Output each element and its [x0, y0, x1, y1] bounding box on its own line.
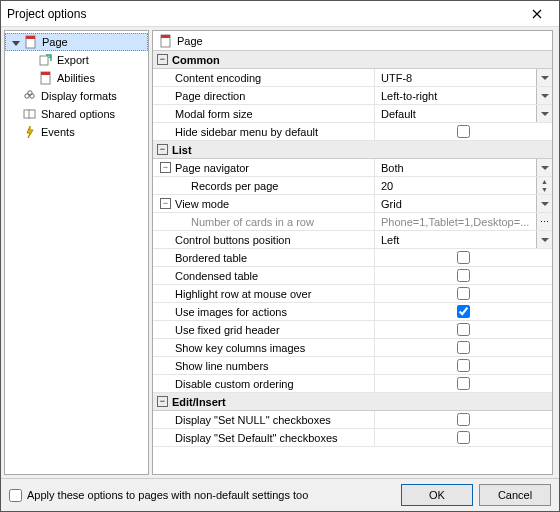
content-encoding-select[interactable]: UTF-8 — [375, 69, 552, 86]
collapse-icon[interactable] — [157, 54, 168, 65]
page-icon — [159, 34, 173, 48]
prop-label: Use fixed grid header — [153, 324, 374, 336]
nav-item-shared-options[interactable]: Shared options — [5, 105, 148, 123]
collapse-icon[interactable] — [157, 396, 168, 407]
prop-label: Highlight row at mouse over — [153, 288, 374, 300]
collapse-icon[interactable] — [157, 144, 168, 155]
modal-form-size-select[interactable]: Default — [375, 105, 552, 122]
display-set-default-checkbox[interactable] — [457, 431, 470, 444]
page-icon — [24, 35, 38, 49]
nav-label: Display formats — [41, 90, 117, 102]
nav-item-display-formats[interactable]: Display formats — [5, 87, 148, 105]
window-close-button[interactable] — [521, 4, 553, 24]
svg-rect-1 — [26, 36, 35, 39]
nav-label: Shared options — [41, 108, 115, 120]
content-title: Page — [177, 35, 203, 47]
highlight-hover-checkbox[interactable] — [457, 287, 470, 300]
ctrl-btn-pos-select[interactable]: Left — [375, 231, 552, 248]
ok-button[interactable]: OK — [401, 484, 473, 506]
footer: Apply these options to pages with non-de… — [1, 478, 559, 511]
window-title: Project options — [7, 7, 521, 21]
events-icon — [23, 125, 37, 139]
bordered-table-checkbox[interactable] — [457, 251, 470, 264]
chevron-down-icon[interactable] — [536, 195, 552, 212]
num-cards-editor[interactable]: Phone=1,Tablet=1,Desktop=... ⋯ — [375, 213, 552, 230]
prop-label: Show key columns images — [153, 342, 374, 354]
prop-label: Page navigator — [153, 162, 374, 174]
page-navigator-select[interactable]: Both — [375, 159, 552, 176]
nav-label: Export — [57, 54, 89, 66]
prop-label: Number of cards in a row — [153, 216, 374, 228]
nav-tree[interactable]: Page Export Abilities Display formats Sh… — [4, 30, 149, 475]
prop-label: Content encoding — [153, 72, 374, 84]
chevron-down-icon[interactable] — [536, 105, 552, 122]
show-line-numbers-checkbox[interactable] — [457, 359, 470, 372]
svg-rect-2 — [40, 56, 48, 65]
collapse-icon[interactable] — [160, 198, 171, 209]
prop-label: Show line numbers — [153, 360, 374, 372]
spinner-buttons[interactable]: ▲▼ — [536, 177, 552, 194]
prop-label: View mode — [153, 198, 374, 210]
prop-label: Disable custom ordering — [153, 378, 374, 390]
view-mode-select[interactable]: Grid — [375, 195, 552, 212]
prop-label: Page direction — [153, 90, 374, 102]
apply-non-default-checkbox[interactable] — [9, 489, 22, 502]
show-key-col-images-checkbox[interactable] — [457, 341, 470, 354]
chevron-down-icon[interactable] — [536, 87, 552, 104]
prop-label: Display "Set NULL" checkboxes — [153, 414, 374, 426]
nav-label: Abilities — [57, 72, 95, 84]
chevron-down-icon[interactable] — [536, 231, 552, 248]
use-fixed-grid-header-checkbox[interactable] — [457, 323, 470, 336]
hide-sidebar-checkbox[interactable] — [457, 125, 470, 138]
svg-rect-11 — [161, 35, 170, 38]
records-per-page-spinner[interactable]: 20 ▲▼ — [375, 177, 552, 194]
display-formats-icon — [23, 89, 37, 103]
condensed-table-checkbox[interactable] — [457, 269, 470, 282]
section-list[interactable]: List — [153, 141, 552, 159]
svg-rect-4 — [41, 72, 50, 75]
section-edit-insert[interactable]: Edit/Insert — [153, 393, 552, 411]
section-title: Common — [172, 54, 220, 66]
disable-custom-ordering-checkbox[interactable] — [457, 377, 470, 390]
svg-rect-9 — [29, 110, 35, 118]
expand-toggle-icon[interactable] — [10, 36, 22, 48]
nav-label: Page — [42, 36, 68, 48]
export-icon — [39, 53, 53, 67]
prop-label: Bordered table — [153, 252, 374, 264]
nav-item-events[interactable]: Events — [5, 123, 148, 141]
abilities-icon — [39, 71, 53, 85]
nav-item-export[interactable]: Export — [5, 51, 148, 69]
display-set-null-checkbox[interactable] — [457, 413, 470, 426]
chevron-down-icon[interactable] — [536, 69, 552, 86]
apply-non-default-label[interactable]: Apply these options to pages with non-de… — [9, 489, 308, 502]
ellipsis-button[interactable]: ⋯ — [536, 213, 552, 230]
content-pane: Page Common Content encoding UTF-8 Page … — [152, 30, 553, 475]
collapse-icon[interactable] — [160, 162, 171, 173]
nav-item-page[interactable]: Page — [5, 33, 148, 51]
nav-item-abilities[interactable]: Abilities — [5, 69, 148, 87]
property-grid[interactable]: Common Content encoding UTF-8 Page direc… — [153, 51, 552, 474]
prop-label: Use images for actions — [153, 306, 374, 318]
chevron-down-icon[interactable] — [536, 159, 552, 176]
titlebar: Project options — [1, 1, 559, 27]
section-common[interactable]: Common — [153, 51, 552, 69]
nav-label: Events — [41, 126, 75, 138]
use-images-actions-checkbox[interactable] — [457, 305, 470, 318]
prop-label: Records per page — [153, 180, 374, 192]
prop-label: Modal form size — [153, 108, 374, 120]
section-title: Edit/Insert — [172, 396, 226, 408]
shared-options-icon — [23, 107, 37, 121]
section-title: List — [172, 144, 192, 156]
page-direction-select[interactable]: Left-to-right — [375, 87, 552, 104]
close-icon — [532, 9, 542, 19]
cancel-button[interactable]: Cancel — [479, 484, 551, 506]
prop-label: Condensed table — [153, 270, 374, 282]
prop-label: Hide sidebar menu by default — [153, 126, 374, 138]
prop-label: Display "Set Default" checkboxes — [153, 432, 374, 444]
prop-label: Control buttons position — [153, 234, 374, 246]
